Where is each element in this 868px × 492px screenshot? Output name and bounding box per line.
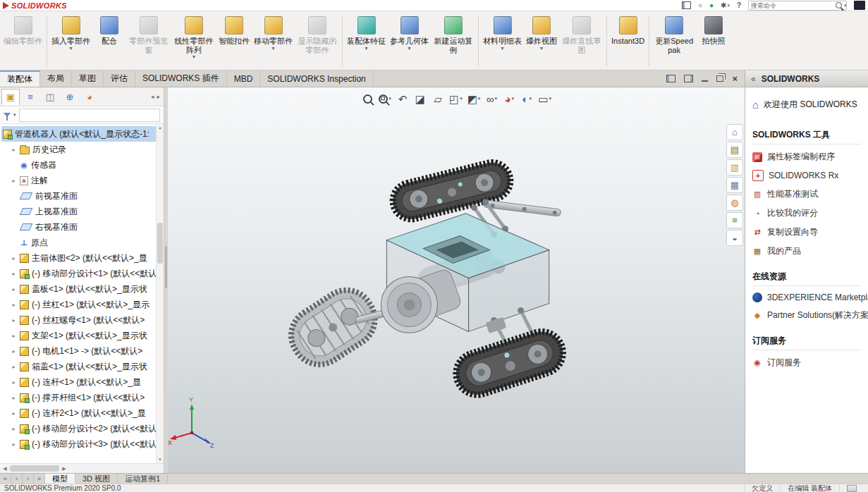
expand-arrow-icon[interactable] [11, 255, 17, 262]
tree-item-component[interactable]: (-) 丝杠<1> (默认<<默认>_显示 [1, 297, 157, 312]
scrollbar-thumb[interactable] [10, 465, 59, 472]
taskpane-item-performance-benchmark[interactable]: ▥ 性能基准测试 [745, 185, 868, 204]
reference-geometry-button[interactable]: 参考几何体 ▼ [388, 13, 431, 70]
configurationmanager-tab[interactable]: ◫ [41, 89, 59, 105]
bottom-track[interactable] [451, 326, 568, 400]
tree-item-sensors[interactable]: ◉ 传感器 [1, 157, 157, 173]
manager-tabs-right-icon[interactable]: ▸ [157, 93, 160, 100]
update-speedpak-button[interactable]: 更新Speedpak [652, 13, 697, 70]
tab-addins[interactable]: SOLIDWORKS 插件 [135, 70, 227, 87]
tree-item-component[interactable]: (-) 移动部分设计<2> (默认<<默认 [1, 421, 157, 436]
zoom-to-area-icon[interactable]: ▾ [379, 91, 391, 106]
tree-item-component[interactable]: (-) 移动部分设计<3> (默认<<默认 [1, 436, 157, 452]
scroll-up-icon[interactable]: ▲ [157, 124, 164, 131]
expand-arrow-icon[interactable] [11, 426, 17, 432]
taskpane-item-partner-solutions[interactable]: ◆ Partner Solutions(解决方案 [745, 306, 868, 325]
gear-icon[interactable]: ✱▾ [721, 1, 730, 9]
search-caret-icon[interactable]: ▾ [844, 3, 847, 8]
help-icon[interactable]: ? [737, 1, 741, 9]
restore-icon[interactable] [716, 75, 723, 82]
status-toolbar-icon[interactable] [847, 485, 857, 492]
last-tab-icon[interactable] [34, 474, 45, 484]
hide-show-items-icon[interactable]: ∞▾ [485, 91, 498, 106]
edit-appearance-icon[interactable]: ◕▾ [503, 91, 515, 106]
zoom-fit-icon[interactable] [361, 91, 374, 106]
window-controls-corner[interactable] [854, 1, 865, 10]
expand-arrow-icon[interactable] [11, 395, 17, 401]
propertymanager-tab[interactable]: ≡ [21, 89, 39, 105]
model-canvas[interactable]: Y X Z [168, 87, 745, 473]
expand-arrow-icon[interactable] [11, 178, 17, 184]
tree-filter-input[interactable] [19, 109, 160, 122]
displaymanager-tab[interactable]: ◕ [80, 89, 99, 105]
search-icon[interactable] [836, 2, 842, 8]
display-style-icon[interactable]: ◩▾ [467, 91, 481, 106]
tab-layout[interactable]: 布局 [40, 70, 72, 87]
tree-vertical-scrollbar[interactable]: ▲ ▼ [156, 124, 164, 463]
expand-arrow-icon[interactable] [11, 441, 17, 448]
tree-item-origin[interactable]: ⊥ 原点 [1, 235, 157, 250]
tab-mbd[interactable]: MBD [227, 70, 261, 87]
view-palette-icon[interactable]: ▦ [726, 177, 743, 193]
tree-item-component[interactable]: 盖板<1> (默认<<默认>_显示状 [1, 281, 157, 297]
edit-component-button[interactable]: 编辑零部件 [1, 13, 44, 70]
splitter-handle[interactable] [165, 246, 167, 288]
tree-item-history[interactable]: 历史记录 [1, 142, 157, 157]
tab-inspection[interactable]: SOLIDWORKS Inspection [260, 70, 373, 87]
tree-horizontal-scrollbar[interactable]: ◀ ▶ [0, 463, 164, 473]
taskpane-item-solidworks-rx[interactable]: + SOLIDWORKS Rx [745, 166, 868, 185]
mate-button[interactable]: 配合 [92, 13, 126, 70]
window-icon[interactable] [682, 1, 691, 9]
tree-item-component[interactable]: (-) 移动部分设计<1> (默认<<默认 [1, 266, 157, 281]
taskpane-item-subscription-services[interactable]: ◉ 订阅服务 [745, 353, 868, 372]
scroll-left-icon[interactable]: ◀ [0, 466, 10, 472]
view-settings-icon[interactable]: ▭▾ [538, 91, 551, 106]
scroll-right-icon[interactable]: ▶ [59, 466, 69, 472]
expand-arrow-icon[interactable] [11, 379, 17, 386]
scroll-down-icon[interactable]: ▼ [157, 456, 164, 463]
component-preview-window-button[interactable]: 零部件预览窗 [126, 13, 171, 70]
tab-evaluate[interactable]: 评估 [104, 70, 135, 87]
dimxpertmanager-tab[interactable]: ⊕ [61, 89, 79, 105]
insert-components-button[interactable]: 插入零部件 ▼ [49, 13, 92, 70]
tree-item-component[interactable]: (-) 电机1<1> -> (默认<<默认> [1, 343, 157, 359]
taskpane-item-copy-settings[interactable]: ⇄ 复制设置向导 [745, 223, 868, 242]
assembly-features-button[interactable]: 装配体特征 ▼ [345, 13, 388, 70]
appearances-scenes-icon[interactable]: ◍ [726, 195, 743, 211]
smart-fasteners-button[interactable]: 智能扣件 [216, 13, 252, 70]
left-track[interactable] [281, 280, 385, 374]
tree-item-annotations[interactable]: A 注解 [1, 173, 157, 188]
graphics-viewport[interactable]: ▾ ↶ ◪ ▱ ◰▾ ◩▾ ∞▾ ◕▾ ◐▾ ▭▾ ⌂ ▤ ▥ ▦ ◍ ≡ ◒ [168, 87, 745, 473]
tree-root-item[interactable]: 管道机器人 (默认<默认_显示状态-1: [1, 126, 157, 142]
featuremanager-tab[interactable]: ▣ [1, 89, 20, 105]
sketch-pencil-icon[interactable]: ▱ [432, 91, 444, 106]
expand-arrow-icon[interactable] [11, 302, 17, 308]
welcome-row[interactable]: ⌂ 欢迎使用 SOLIDWORKS [745, 87, 868, 119]
tree-item-component[interactable]: (-) 撑开杆组<1> (默认<<默认> [1, 390, 157, 405]
expand-arrow-icon[interactable] [11, 286, 17, 293]
pane-right-icon[interactable] [684, 75, 693, 82]
close-icon[interactable]: × [732, 74, 738, 83]
tab-sketch[interactable]: 草图 [72, 70, 104, 87]
expand-arrow-icon[interactable] [11, 317, 17, 324]
move-component-button[interactable]: 移动零部件 ▼ [252, 13, 295, 70]
expand-arrow-icon[interactable] [11, 410, 17, 417]
sphere-icon[interactable]: ● [709, 1, 714, 9]
tree-item-top-plane[interactable]: 上视基准面 [1, 204, 157, 219]
apply-scene-icon[interactable]: ◐▾ [520, 91, 533, 106]
tab-assembly[interactable]: 装配体 [0, 70, 40, 87]
taskpane-item-property-tab-builder[interactable]: ▤ 属性标签编制程序 [745, 147, 868, 166]
record-icon[interactable]: ○ [698, 1, 702, 9]
instant3d-button[interactable]: Instant3D [609, 13, 647, 70]
minimize-icon[interactable] [702, 75, 708, 82]
custom-properties-icon[interactable]: ≡ [726, 212, 743, 228]
take-snapshot-button[interactable]: 拍快照 [697, 13, 731, 70]
previous-tab-icon[interactable] [11, 474, 23, 484]
taskpane-item-3dexperience-marketplace[interactable]: 3DEXPERIENCE Marketplace [745, 289, 868, 306]
taskpane-item-my-products[interactable]: ▦ 我的产品 [745, 242, 868, 261]
tree-item-front-plane[interactable]: 前视基准面 [1, 188, 157, 204]
manager-tabs-left-icon[interactable]: ◂ [151, 93, 154, 100]
tab-3d-views[interactable]: 3D 视图 [75, 474, 118, 484]
tree-item-right-plane[interactable]: 右视基准面 [1, 219, 157, 235]
expand-arrow-icon[interactable] [11, 348, 17, 355]
